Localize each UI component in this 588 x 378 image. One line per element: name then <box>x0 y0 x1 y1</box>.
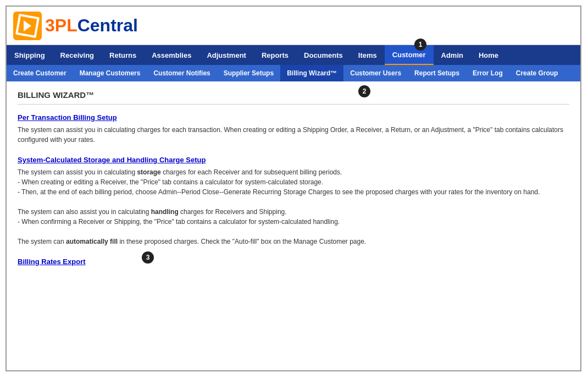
subnav-manage-customers[interactable]: Manage Customers <box>73 65 147 81</box>
nav-receiving[interactable]: Receiving <box>53 45 102 65</box>
per-transaction-text: The system can assist you in calculating… <box>18 125 569 145</box>
nav-shipping[interactable]: Shipping <box>7 45 53 65</box>
page-title: Billing Wizard™ <box>18 90 569 105</box>
primary-nav: Shipping Receiving Returns Assemblies Ad… <box>7 45 580 65</box>
header: 3PLCentral <box>7 7 580 45</box>
nav-reports[interactable]: Reports <box>254 45 296 65</box>
system-calculated-section: System-Calculated Storage and Handling C… <box>18 156 569 246</box>
subnav-supplier-setups[interactable]: Supplier Setups <box>217 65 280 81</box>
subnav-create-group[interactable]: Create Group <box>509 65 565 81</box>
subnav-customer-users[interactable]: Customer Users <box>343 65 408 81</box>
logo[interactable]: 3PLCentral <box>13 12 138 40</box>
subnav-report-setups[interactable]: Report Setups <box>408 65 466 81</box>
billing-rates-link[interactable]: Billing Rates Export <box>18 258 569 266</box>
per-transaction-link[interactable]: Per Transaction Billing Setup <box>18 113 569 122</box>
logo-text: 3PLCentral <box>45 15 138 36</box>
nav-home[interactable]: Home <box>471 45 506 65</box>
subnav-error-log[interactable]: Error Log <box>466 65 509 81</box>
nav-assemblies[interactable]: Assemblies <box>144 45 199 65</box>
nav-items[interactable]: Items <box>351 45 385 65</box>
nav-documents[interactable]: Documents <box>296 45 351 65</box>
content-area: Billing Wizard™ Per Transaction Billing … <box>7 81 580 286</box>
nav-returns[interactable]: Returns <box>102 45 144 65</box>
subnav-create-customer[interactable]: Create Customer <box>7 65 73 81</box>
logo-icon <box>13 12 42 40</box>
system-calculated-text: The system can assist you in calculating… <box>18 167 569 246</box>
secondary-nav: Create Customer Manage Customers Custome… <box>7 65 580 81</box>
billing-rates-section: Billing Rates Export <box>18 258 569 266</box>
nav-customer[interactable]: Customer <box>385 45 434 65</box>
nav-adjustment[interactable]: Adjustment <box>199 45 254 65</box>
badge-1: 1 <box>414 39 426 51</box>
subnav-billing-wizard[interactable]: Billing Wizard™ <box>280 65 343 81</box>
system-calculated-link[interactable]: System-Calculated Storage and Handling C… <box>18 156 569 164</box>
subnav-customer-notifies[interactable]: Customer Notifies <box>147 65 217 81</box>
nav-admin[interactable]: Admin <box>434 45 471 65</box>
per-transaction-section: Per Transaction Billing Setup The system… <box>18 113 569 145</box>
